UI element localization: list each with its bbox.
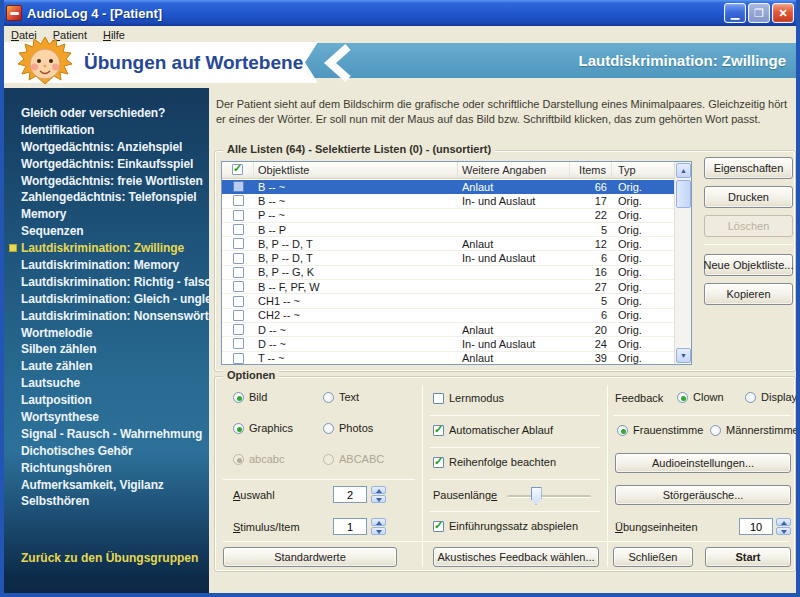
row-checkbox[interactable] <box>233 238 244 249</box>
uebungseinheiten-stepper[interactable] <box>776 518 791 535</box>
scrollbar-thumb[interactable] <box>676 180 691 208</box>
start-button[interactable]: Start <box>705 547 791 567</box>
stimulus-stepper[interactable] <box>371 518 386 535</box>
sidebar-item[interactable]: Richtungshören <box>8 460 207 477</box>
menu-hilfe[interactable]: Hilfe <box>96 28 132 42</box>
sidebar-item[interactable]: Wortmelodie <box>8 325 207 342</box>
row-checkbox[interactable] <box>233 195 244 206</box>
table-row[interactable]: B, P -- D, TAnlaut12Orig. <box>222 237 674 251</box>
radio-text[interactable]: Text <box>323 391 359 403</box>
auswahl-input[interactable] <box>333 486 367 503</box>
checkbox-reihenfolge[interactable]: Reihenfolge beachten <box>433 456 556 468</box>
sidebar-item[interactable]: Laute zählen <box>8 358 207 375</box>
sidebar-item[interactable]: Memory <box>8 206 207 223</box>
sidebar-item[interactable]: Zahlengedächtnis: Telefonspiel <box>8 189 207 206</box>
radio-photos[interactable]: Photos <box>323 422 373 434</box>
kopieren-button[interactable]: Kopieren <box>704 283 793 305</box>
radio-frauenstimme[interactable]: Frauenstimme <box>617 424 703 436</box>
sidebar-item[interactable]: Selbsthören <box>8 493 207 510</box>
table-row[interactable]: D -- ~Anlaut20Orig. <box>222 323 674 337</box>
sidebar-item[interactable]: Wortsynthese <box>8 409 207 426</box>
row-checkbox[interactable] <box>233 296 244 307</box>
checkbox-lernmodus[interactable]: Lernmodus <box>433 392 504 404</box>
sidebar-item[interactable]: Lautdiskrimination: Gleich - ungleich <box>8 291 207 308</box>
sidebar-item[interactable]: Identifikation <box>8 122 207 139</box>
sidebar-item[interactable]: Dichotisches Gehör <box>8 443 207 460</box>
checkbox-einfuehrungssatz[interactable]: Einführungssatz abspielen <box>433 520 578 532</box>
akustisches-feedback-button[interactable]: Akustisches Feedback wählen... <box>433 547 599 567</box>
sidebar-item[interactable]: Lautsuche <box>8 375 207 392</box>
table-row[interactable]: T -- ~Anlaut39Orig. <box>222 352 674 364</box>
row-checkbox[interactable] <box>233 338 244 349</box>
table-row[interactable]: P -- ~22Orig. <box>222 209 674 223</box>
maximize-button[interactable]: ❐ <box>748 3 770 23</box>
audioeinstellungen-button[interactable]: Audioeinstellungen... <box>615 453 791 473</box>
col-items[interactable]: Items <box>570 162 612 178</box>
uebungseinheiten-input[interactable] <box>739 518 773 535</box>
pause-slider[interactable] <box>507 495 591 498</box>
table-row[interactable]: CH2 -- ~6Orig. <box>222 309 674 323</box>
sidebar-item[interactable]: Lautdiskrimination: Memory <box>8 257 207 274</box>
scroll-down-icon[interactable]: ▼ <box>676 348 691 363</box>
sidebar-item[interactable]: Lautdiskrimination: Zwillinge <box>8 240 207 257</box>
cell-objektliste: CH1 -- ~ <box>254 295 458 307</box>
eigenschaften-button[interactable]: Eigenschaften <box>704 157 793 179</box>
sidebar-item[interactable]: Lautdiskrimination: Richtig - falsch <box>8 274 207 291</box>
lists-groupbox: Alle Listen (64) - Selektierte Listen (0… <box>214 150 796 372</box>
row-checkbox[interactable] <box>233 210 244 221</box>
row-checkbox[interactable] <box>233 353 244 364</box>
row-checkbox[interactable] <box>233 181 244 192</box>
sidebar-item[interactable]: Signal - Rausch - Wahrnehmung <box>8 426 207 443</box>
row-checkbox[interactable] <box>233 310 244 321</box>
sidebar-item[interactable]: Wortgedächtnis: Anziehspiel <box>8 139 207 156</box>
table-row[interactable]: B -- ~In- und Auslaut17Orig. <box>222 194 674 208</box>
page-title: Übungen auf Wortebene <box>84 42 303 83</box>
col-weitere-angaben[interactable]: Weitere Angaben <box>458 162 570 178</box>
divider <box>613 415 791 416</box>
stoergeraeusche-button[interactable]: Störgeräusche... <box>615 485 791 505</box>
radio-bild[interactable]: Bild <box>233 391 267 403</box>
back-to-groups-link[interactable]: Zurück zu den Übungsgruppen <box>21 551 198 565</box>
checkbox-automatischer-ablauf[interactable]: Automatischer Ablauf <box>433 424 553 436</box>
radio-clown[interactable]: Clown <box>677 391 724 403</box>
col-typ[interactable]: Typ <box>612 162 660 178</box>
sidebar-item[interactable]: Lautdiskrimination: Nonsenswörter <box>8 308 207 325</box>
stimulus-input[interactable] <box>333 518 367 535</box>
auswahl-stepper[interactable] <box>371 486 386 503</box>
radio-maennerstimme[interactable]: Männerstimme <box>710 424 799 436</box>
select-all-checkbox[interactable] <box>232 164 243 175</box>
drucken-button[interactable]: Drucken <box>704 186 793 208</box>
sidebar-item[interactable]: Gleich oder verschieden? <box>8 105 207 122</box>
schliessen-button[interactable]: Schließen <box>613 547 693 567</box>
sidebar-item[interactable]: Lautposition <box>8 392 207 409</box>
sidebar-item[interactable]: Sequenzen <box>8 223 207 240</box>
row-checkbox[interactable] <box>233 281 244 292</box>
row-checkbox[interactable] <box>233 253 244 264</box>
table-row[interactable]: CH1 -- ~5Orig. <box>222 294 674 308</box>
cell-items: 66 <box>570 181 612 193</box>
scroll-up-icon[interactable]: ▲ <box>676 163 691 178</box>
row-checkbox[interactable] <box>233 224 244 235</box>
table-row[interactable]: B, P -- G, K16Orig. <box>222 266 674 280</box>
table-row[interactable]: B -- P5Orig. <box>222 223 674 237</box>
pause-slider-thumb[interactable] <box>531 487 542 505</box>
table-row[interactable]: B -- F, PF, W27Orig. <box>222 280 674 294</box>
sidebar-item[interactable]: Wortgedächtnis: freie Wortlisten <box>8 173 207 190</box>
neue-objektliste-button[interactable]: Neue Objektliste... <box>704 254 793 276</box>
radio-display[interactable]: Display <box>745 391 797 403</box>
table-row[interactable]: B, P -- D, TIn- und Auslaut6Orig. <box>222 251 674 265</box>
sidebar-item[interactable]: Silben zählen <box>8 341 207 358</box>
sidebar-item[interactable]: Wortgedächtnis: Einkaufsspiel <box>8 156 207 173</box>
minimize-button[interactable]: ▁ <box>724 3 746 23</box>
sidebar-item[interactable]: Aufmerksamkeit, Vigilanz <box>8 477 207 494</box>
standardwerte-button[interactable]: Standardwerte <box>223 547 397 567</box>
row-checkbox[interactable] <box>233 324 244 335</box>
divider <box>607 385 608 567</box>
table-row[interactable]: B -- ~Anlaut66Orig. <box>222 180 674 194</box>
table-row[interactable]: D -- ~In- und Auslaut24Orig. <box>222 337 674 351</box>
close-button[interactable]: ✕ <box>772 3 794 23</box>
row-checkbox[interactable] <box>233 267 244 278</box>
col-objektliste[interactable]: Objektliste <box>254 162 458 178</box>
radio-graphics[interactable]: Graphics <box>233 422 293 434</box>
table-scrollbar[interactable]: ▲ ▼ <box>674 162 691 364</box>
